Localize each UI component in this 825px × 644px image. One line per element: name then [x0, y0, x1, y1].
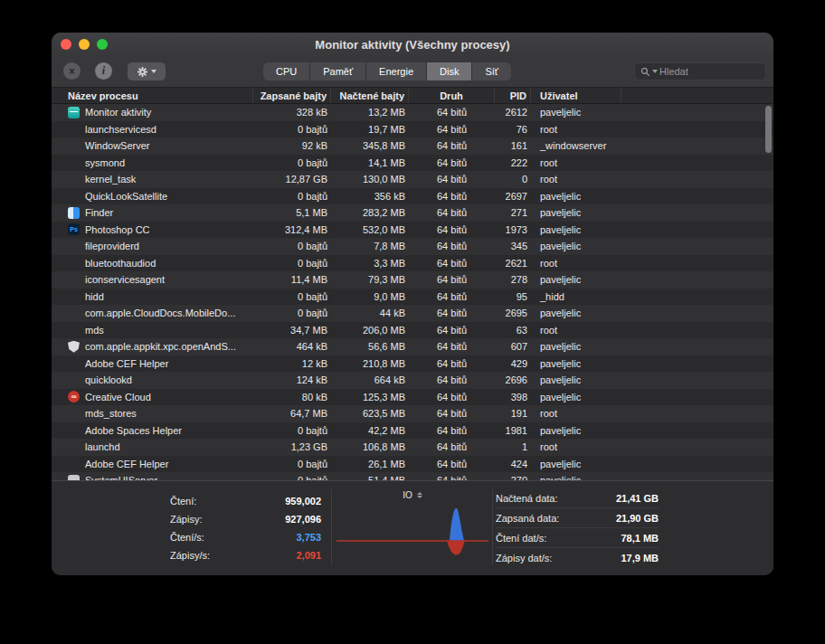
graph-mode-selector[interactable]: IO: [337, 488, 488, 501]
cell-user: paveljelic: [531, 191, 621, 202]
column-header-written-bytes[interactable]: Zapsané bajty: [253, 88, 331, 103]
table-row[interactable]: com.apple.CloudDocs.MobileDo...0 bajtů44…: [52, 305, 773, 322]
cell-read: 345,8 MB: [331, 140, 409, 151]
cell-kind: 64 bitů: [409, 174, 495, 185]
cell-read: 44 kB: [331, 308, 409, 318]
process-name: QuickLookSatellite: [85, 191, 167, 202]
process-name: quicklookd: [85, 374, 132, 385]
minimize-window-button[interactable]: [79, 39, 90, 50]
table-row[interactable]: QuickLookSatellite0 bajtů356 kB64 bitů26…: [52, 188, 773, 205]
table-row[interactable]: Finder5,1 MB283,2 MB64 bitů271paveljelic: [52, 204, 773, 222]
io-graph-panel: IO: [337, 488, 488, 572]
process-name: sysmond: [85, 157, 125, 168]
cell-written: 0 bajtů: [253, 425, 331, 436]
cell-kind: 64 bitů: [409, 358, 495, 369]
cell-kind: 64 bitů: [409, 341, 495, 352]
actions-menu-button[interactable]: [128, 62, 166, 80]
stat-label: Čtení/s:: [170, 532, 204, 543]
titlebar[interactable]: Monitor aktivity (Všechny procesy): [52, 33, 773, 56]
cell-read: 210,8 MB: [331, 358, 409, 369]
tab-energie[interactable]: Energie: [366, 62, 427, 80]
column-header-read-bytes[interactable]: Načtené bajty: [331, 88, 409, 103]
process-name: launchservicesd: [85, 124, 156, 135]
cell-read: 26,1 MB: [331, 459, 409, 469]
blank-icon: [68, 408, 80, 420]
process-name-cell: Adobe CEF Helper: [52, 458, 253, 469]
blank-icon: [68, 190, 80, 202]
cell-user: root: [531, 258, 621, 269]
cell-pid: 345: [495, 241, 531, 251]
process-name: Creative Cloud: [85, 392, 151, 402]
vertical-scrollbar-thumb[interactable]: [765, 106, 772, 153]
cell-written: 312,4 MB: [253, 224, 331, 235]
cell-kind: 64 bitů: [409, 207, 495, 218]
cell-kind: 64 bitů: [409, 392, 495, 402]
process-name-cell: iconservicesagent: [52, 274, 253, 286]
column-header-kind[interactable]: Druh: [409, 88, 495, 103]
cell-pid: 2621: [495, 258, 531, 269]
cell-user: root: [531, 157, 621, 168]
tab-pamet[interactable]: Paměť: [310, 62, 366, 80]
stat-row: Zápisy dat/s: 17,9 MB: [496, 548, 659, 568]
cell-kind: 64 bitů: [409, 291, 495, 302]
column-header-pid[interactable]: PID: [495, 88, 531, 103]
cell-written: 80 kB: [253, 392, 331, 402]
process-name: Adobe CEF Helper: [85, 459, 168, 469]
finder-icon: [68, 207, 80, 219]
table-row[interactable]: sysmond0 bajtů14,1 MB64 bitů222root: [52, 155, 773, 172]
cell-read: 206,0 MB: [331, 325, 409, 336]
cell-user: _hidd: [531, 291, 621, 302]
table-row[interactable]: launchd1,23 GB106,8 MB64 bitů1root: [52, 439, 773, 456]
table-row[interactable]: quicklookd124 kB664 kB64 bitů2696pavelje…: [52, 372, 773, 389]
photoshop-icon: Ps: [68, 223, 80, 235]
table-row[interactable]: SystemUIServer0 bajtů51,4 MB64 bitů270pa…: [52, 472, 773, 480]
creative-cloud-icon: ∞: [68, 391, 80, 402]
table-row[interactable]: mds34,7 MB206,0 MB64 bitů63root: [52, 322, 773, 339]
blank-icon: [68, 290, 80, 302]
stat-label: Zápisy:: [170, 514, 202, 525]
search-input[interactable]: [659, 66, 760, 77]
stat-row: Zápisy: 927,096: [170, 510, 321, 528]
cell-written: 34,7 MB: [253, 325, 331, 336]
table-row[interactable]: ∞Creative Cloud80 kB125,3 MB64 bitů398pa…: [52, 389, 773, 406]
table-row[interactable]: hidd0 bajtů9,0 MB64 bitů95_hidd: [52, 289, 773, 306]
table-row[interactable]: Adobe CEF Helper12 kB210,8 MB64 bitů429p…: [52, 355, 773, 373]
cell-read: 7,8 MB: [331, 241, 409, 251]
table-row[interactable]: Adobe Spaces Helper0 bajtů42,2 MB64 bitů…: [52, 422, 773, 440]
table-row[interactable]: iconservicesagent11,4 MB79,3 MB64 bitů27…: [52, 271, 773, 289]
table-row[interactable]: WindowServer92 kB345,8 MB64 bitů161_wind…: [52, 137, 773, 155]
table-row[interactable]: mds_stores64,7 MB623,5 MB64 bitů191root: [52, 405, 773, 422]
tab-disk[interactable]: Disk: [427, 62, 472, 80]
inspect-process-button[interactable]: i: [95, 62, 112, 80]
stat-value: 959,002: [285, 496, 321, 507]
process-name: Adobe CEF Helper: [85, 358, 168, 369]
table-row[interactable]: Adobe CEF Helper0 bajtů26,1 MB64 bitů424…: [52, 456, 773, 473]
process-name-cell: mds_stores: [52, 408, 253, 420]
tab-sit[interactable]: Síť: [472, 62, 511, 80]
tab-cpu[interactable]: CPU: [263, 62, 310, 80]
table-row[interactable]: fileproviderd0 bajtů7,8 MB64 bitů345pave…: [52, 238, 773, 255]
close-window-button[interactable]: [61, 39, 71, 50]
table-row[interactable]: bluetoothaudiod0 bajtů3,3 MB64 bitů2621r…: [52, 255, 773, 272]
process-name-cell: QuickLookSatellite: [52, 190, 253, 202]
process-name-cell: kernel_task: [52, 174, 253, 185]
column-header-name[interactable]: Název procesu: [52, 88, 253, 103]
table-row[interactable]: PsPhotoshop CC312,4 MB532,0 MB64 bitů197…: [52, 222, 773, 239]
table-row[interactable]: Monitor aktivity328 kB13,2 MB64 bitů2612…: [52, 104, 773, 121]
table-row[interactable]: com.apple.appkit.xpc.openAndS...464 kB56…: [52, 338, 773, 355]
column-header-user[interactable]: Uživatel: [531, 88, 621, 103]
blank-icon: [68, 458, 80, 469]
table-row[interactable]: kernel_task12,87 GB130,0 MB64 bitů0root: [52, 171, 773, 188]
zoom-window-button[interactable]: [97, 39, 108, 50]
stat-label: Zápisy dat/s:: [496, 553, 552, 564]
cell-pid: 429: [495, 358, 531, 369]
table-row[interactable]: launchservicesd0 bajtů19,7 MB64 bitů76ro…: [52, 121, 773, 138]
process-name-cell: PsPhotoshop CC: [52, 223, 253, 235]
activity-monitor-icon: [68, 107, 80, 118]
process-name-cell: Finder: [52, 207, 253, 219]
cell-read: 9,0 MB: [331, 291, 409, 302]
cell-pid: 2695: [495, 308, 531, 318]
cell-written: 92 kB: [253, 140, 331, 151]
search-field[interactable]: [634, 62, 766, 80]
quit-process-button[interactable]: ×: [63, 62, 81, 80]
